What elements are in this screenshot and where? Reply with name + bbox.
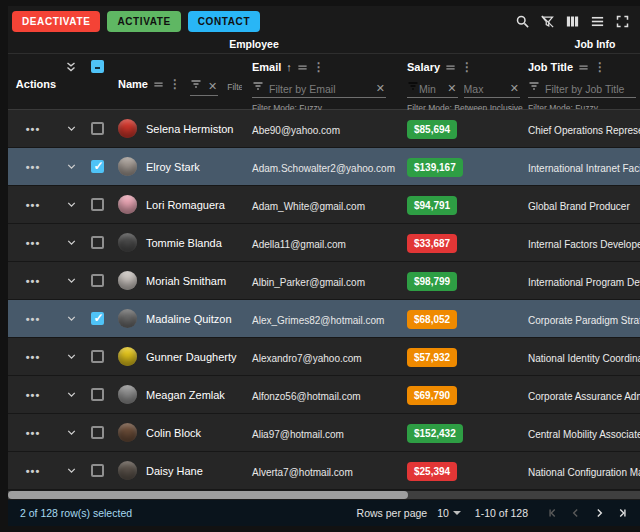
- horizontal-scrollbar[interactable]: [8, 490, 640, 500]
- deactivate-button[interactable]: DEACTIVATE: [12, 11, 100, 32]
- table-row[interactable]: ••• Moriah Smitham Albin_Parker@gmail.co…: [8, 262, 640, 300]
- row-actions-icon[interactable]: •••: [26, 123, 41, 135]
- row-actions-icon[interactable]: •••: [26, 275, 41, 287]
- expand-row-icon[interactable]: [65, 312, 78, 325]
- contact-button[interactable]: CONTACT: [188, 11, 260, 32]
- job-title: National Identity Coordinator: [528, 353, 640, 364]
- search-icon[interactable]: [511, 10, 534, 33]
- expand-row-icon[interactable]: [65, 350, 78, 363]
- filter-list-icon: [190, 75, 202, 93]
- job-title-filter-mode: Filter Mode: Fuzzy: [528, 103, 640, 109]
- avatar: [118, 385, 137, 404]
- row-actions-icon[interactable]: •••: [26, 199, 41, 211]
- avatar: [118, 309, 137, 328]
- row-checkbox[interactable]: [91, 274, 104, 287]
- clear-filter-icon[interactable]: ✕: [375, 82, 386, 95]
- table-row[interactable]: ••• Lori Romaguera Adam_White@gmail.com …: [8, 186, 640, 224]
- table-row[interactable]: ••• Meagan Zemlak Alfonzo56@hotmail.com …: [8, 376, 640, 414]
- row-actions-icon[interactable]: •••: [26, 465, 41, 477]
- row-actions-icon[interactable]: •••: [26, 351, 41, 363]
- expand-row-icon[interactable]: [65, 274, 78, 287]
- column-menu-icon[interactable]: ⋮: [594, 62, 606, 72]
- row-checkbox[interactable]: [91, 464, 104, 477]
- row-actions-icon[interactable]: •••: [26, 427, 41, 439]
- expand-row-icon[interactable]: [65, 388, 78, 401]
- drag-handle-icon[interactable]: [297, 63, 308, 72]
- drag-handle-icon[interactable]: [578, 63, 589, 72]
- employee-name: Meagan Zemlak: [146, 389, 225, 401]
- job-title-column-header[interactable]: Job Title: [528, 61, 573, 73]
- employee-email: Alex_Grimes82@hotmail.com: [252, 315, 384, 326]
- row-checkbox[interactable]: [91, 312, 104, 325]
- table-row[interactable]: ••• Tommie Blanda Adella11@gmail.com $33…: [8, 224, 640, 262]
- row-checkbox[interactable]: [91, 160, 104, 173]
- table-row[interactable]: ••• Colin Block Alia97@hotmail.com $152,…: [8, 414, 640, 452]
- employee-email: Adella11@gmail.com: [252, 239, 346, 250]
- column-menu-icon[interactable]: ⋮: [461, 62, 473, 72]
- salary-badge: $25,394: [407, 462, 457, 481]
- employee-email: Alexandro7@yahoo.com: [252, 353, 362, 364]
- clear-filter-icon[interactable]: ✕: [207, 80, 218, 93]
- employee-name: Moriah Smitham: [146, 275, 226, 287]
- column-menu-icon[interactable]: ⋮: [313, 62, 325, 72]
- salary-badge: $57,932: [407, 348, 457, 367]
- row-actions-icon[interactable]: •••: [26, 161, 41, 173]
- email-column-header[interactable]: Email: [252, 61, 281, 73]
- row-actions-icon[interactable]: •••: [26, 237, 41, 249]
- name-column-header[interactable]: Name: [118, 78, 148, 90]
- row-checkbox[interactable]: [91, 236, 104, 249]
- employee-name: Gunner Daugherty: [146, 351, 237, 363]
- expand-row-icon[interactable]: [65, 122, 78, 135]
- data-table-panel: DEACTIVATE ACTIVATE CONTACT Employee Job…: [8, 6, 640, 526]
- expand-row-icon[interactable]: [65, 236, 78, 249]
- expand-row-icon[interactable]: [65, 426, 78, 439]
- salary-badge: $139,167: [407, 158, 463, 177]
- scrollbar-thumb[interactable]: [8, 491, 408, 499]
- drag-handle-icon[interactable]: [445, 63, 456, 72]
- table-row[interactable]: ••• Daisy Hane Alverta7@hotmail.com $25,…: [8, 452, 640, 490]
- clear-filter-icon[interactable]: ✕: [446, 82, 457, 95]
- salary-badge: $68,052: [407, 310, 457, 329]
- show-hide-columns-icon[interactable]: [561, 10, 584, 33]
- row-actions-icon[interactable]: •••: [26, 389, 41, 401]
- next-page-button[interactable]: [589, 503, 609, 523]
- rows-per-page-select[interactable]: 10: [437, 507, 461, 519]
- salary-min-input[interactable]: [419, 83, 446, 95]
- job-title-filter-input[interactable]: [545, 83, 636, 95]
- sort-ascending-icon[interactable]: ↑: [286, 61, 292, 73]
- rows-per-page-label: Rows per page: [357, 507, 428, 519]
- avatar: [118, 119, 137, 138]
- row-checkbox[interactable]: [91, 198, 104, 211]
- row-checkbox[interactable]: [91, 426, 104, 439]
- clear-filter-icon[interactable]: ✕: [509, 82, 520, 95]
- row-checkbox[interactable]: [91, 350, 104, 363]
- expand-row-icon[interactable]: [65, 160, 78, 173]
- row-actions-icon[interactable]: •••: [26, 313, 41, 325]
- filter-off-icon[interactable]: [536, 10, 559, 33]
- previous-page-button[interactable]: [566, 503, 586, 523]
- expand-row-icon[interactable]: [65, 464, 78, 477]
- first-page-button[interactable]: [543, 503, 563, 523]
- email-filter-input[interactable]: [269, 83, 375, 95]
- salary-column-header[interactable]: Salary: [407, 61, 440, 73]
- expand-row-icon[interactable]: [65, 198, 78, 211]
- table-row[interactable]: ••• Madaline Quitzon Alex_Grimes82@hotma…: [8, 300, 640, 338]
- employee-name: Elroy Stark: [146, 161, 200, 173]
- table-body: ••• Selena Hermiston Abe90@yahoo.com $85…: [8, 110, 640, 490]
- row-checkbox[interactable]: [91, 122, 104, 135]
- filter-list-icon: [528, 77, 540, 95]
- table-row[interactable]: ••• Selena Hermiston Abe90@yahoo.com $85…: [8, 110, 640, 148]
- last-page-button[interactable]: [612, 503, 632, 523]
- select-all-checkbox[interactable]: [91, 60, 104, 73]
- drag-handle-icon[interactable]: [153, 80, 164, 89]
- expand-all-button[interactable]: [64, 60, 78, 109]
- density-icon[interactable]: [586, 10, 609, 33]
- row-checkbox[interactable]: [91, 388, 104, 401]
- activate-button[interactable]: ACTIVATE: [107, 11, 180, 32]
- table-row[interactable]: ••• Gunner Daugherty Alexandro7@yahoo.co…: [8, 338, 640, 376]
- salary-max-input[interactable]: [464, 83, 509, 95]
- table-row[interactable]: ••• Elroy Stark Adam.Schowalter2@yahoo.c…: [8, 148, 640, 186]
- top-toolbar: DEACTIVATE ACTIVATE CONTACT: [8, 6, 640, 36]
- column-menu-icon[interactable]: ⋮: [169, 79, 181, 89]
- fullscreen-icon[interactable]: [611, 10, 634, 33]
